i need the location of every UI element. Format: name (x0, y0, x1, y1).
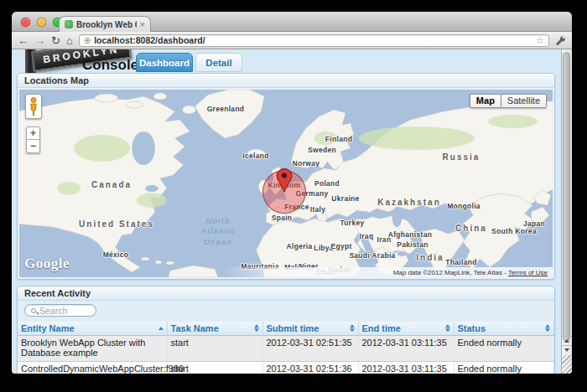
location-marker-icon[interactable] (276, 168, 293, 193)
column-header-submit-time[interactable]: Submit time (262, 322, 358, 335)
map-country-label: Egypt (330, 242, 351, 250)
pegman-icon (28, 96, 39, 116)
back-icon[interactable]: ← (18, 35, 29, 46)
recent-activity-panel: Recent Activity Search Entity NameTask N… (17, 286, 555, 374)
activity-table-row[interactable]: ControlledDynamicWebAppCluster:f990start… (18, 362, 554, 374)
google-logo[interactable]: Google (24, 255, 70, 272)
scrollbar-up-icon[interactable] (562, 336, 572, 345)
map-country-label: Italy (310, 205, 326, 214)
sort-both-icon (254, 324, 259, 333)
map-country-label: Thailand (445, 258, 476, 266)
column-header-end-time[interactable]: End time (358, 322, 454, 335)
map-country-label: Spain (272, 214, 293, 222)
map-country-label: Poland (314, 179, 340, 188)
page-globe-icon: ⊕ (84, 36, 91, 45)
map-country-label: México (103, 250, 129, 259)
column-label: Entity Name (21, 323, 75, 333)
table-cell: ControlledDynamicWebAppCluster:f990 (18, 362, 167, 374)
search-placeholder: Search (39, 306, 67, 316)
sort-both-icon (445, 324, 450, 333)
pegman-streetview-control[interactable] (25, 94, 42, 119)
url-bar[interactable]: ⊕ localhost:8082/dashboard/ ☆ (79, 34, 549, 47)
forward-icon[interactable]: → (34, 35, 45, 46)
browser-viewport: BROOKLYN Console Dashboard Detail Locati… (12, 49, 572, 374)
activity-table-row[interactable]: Brooklyn WebApp Cluster with Database ex… (18, 335, 554, 362)
browser-window: Brooklyn Web Console – Da × ← → ↻ ⌂ ⊕ lo… (12, 12, 572, 374)
locations-map-header: Locations Map (18, 74, 554, 88)
bookmark-star-icon[interactable]: ☆ (536, 35, 544, 46)
tab-favicon-icon (65, 20, 73, 28)
activity-table-head-row: Entity NameTask NameSubmit timeEnd timeS… (18, 322, 554, 335)
attribution-text: Map data ©2012 MapLink, Tele Atlas - (393, 269, 508, 276)
recent-activity-header: Recent Activity (18, 286, 554, 301)
locations-map-panel: Locations Map (17, 73, 555, 280)
column-label: Submit time (267, 323, 319, 333)
search-icon (31, 308, 36, 313)
table-cell: start (167, 362, 262, 374)
activity-table-body: Brooklyn WebApp Cluster with Database ex… (18, 335, 554, 374)
column-header-entity-name[interactable]: Entity Name (18, 322, 167, 335)
close-window-button[interactable] (21, 18, 30, 27)
window-resize-grip[interactable] (562, 355, 572, 374)
map-country-label: Russia (443, 152, 481, 162)
table-cell: start (167, 335, 262, 362)
table-cell: 2012-03-31 02:51:35 (262, 335, 358, 362)
map-zoom-control: + − (26, 126, 40, 153)
browser-scrollbar[interactable] (561, 49, 572, 374)
browser-toolbar: ← → ↻ ⌂ ⊕ localhost:8082/dashboard/ ☆ (12, 32, 572, 49)
column-label: Status (458, 323, 486, 333)
scrollbar-thumb[interactable] (563, 52, 570, 342)
map-country-label: Norway (293, 159, 320, 168)
table-cell: 2012-03-31 02:51:36 (262, 362, 358, 374)
search-input[interactable]: Search (24, 304, 96, 317)
table-cell: Ended normally (454, 362, 554, 374)
column-label: Task Name (171, 323, 219, 333)
map-country-label: India (416, 253, 444, 262)
scrollbar-down-icon[interactable] (562, 345, 572, 354)
sort-both-icon (350, 324, 355, 333)
map-type-map-button[interactable]: Map (470, 94, 501, 108)
map-country-label: Pakistan (397, 240, 428, 249)
dashboard-page: BROOKLYN Console Dashboard Detail Locati… (12, 49, 561, 374)
url-text[interactable]: localhost:8082/dashboard/ (94, 35, 532, 45)
map-attribution: Map data ©2012 MapLink, Tele Atlas - Ter… (222, 267, 553, 277)
column-header-task-name[interactable]: Task Name (167, 322, 262, 335)
map-country-label: Algeria (287, 242, 313, 250)
search-row: Search (18, 301, 554, 322)
map-country-label: Ukraine (331, 194, 359, 203)
tab-detail[interactable]: Detail (195, 53, 242, 72)
app-title: Console (82, 57, 138, 74)
table-cell: 2012-03-31 03:11:35 (358, 362, 454, 374)
wrench-menu-icon[interactable] (555, 35, 566, 46)
table-cell: Ended normally (454, 335, 554, 362)
reload-icon[interactable]: ↻ (51, 35, 60, 46)
home-icon[interactable]: ⌂ (66, 35, 73, 46)
sort-ascending-icon (158, 327, 164, 330)
map-country-label: Afghanistan (388, 230, 432, 239)
table-cell: 2012-03-31 03:11:35 (358, 335, 454, 362)
traffic-lights (21, 18, 62, 27)
google-map[interactable]: GreenlandCanadaUnited StatesMéxicoIcelan… (19, 90, 553, 277)
zoom-out-button[interactable]: − (26, 140, 40, 153)
zoom-in-button[interactable]: + (26, 126, 40, 140)
map-country-label: Sweden (308, 146, 336, 154)
map-country-label: Greenland (207, 105, 245, 113)
browser-titlebar[interactable]: Brooklyn Web Console – Da × (12, 12, 572, 32)
map-country-label: Canada (91, 180, 132, 189)
map-type-control: Map Satellite (470, 94, 547, 108)
map-country-label: Iceland (242, 152, 268, 160)
map-type-satellite-button[interactable]: Satellite (501, 94, 547, 108)
tab-dashboard[interactable]: Dashboard (136, 53, 193, 72)
column-header-status[interactable]: Status (454, 322, 554, 335)
browser-tab[interactable]: Brooklyn Web Console – Da × (59, 16, 151, 32)
sort-both-icon (545, 324, 550, 333)
map-country-label: Kazakhstan (377, 198, 441, 207)
map-country-label: Finland (325, 135, 352, 143)
screenshot-stage: Brooklyn Web Console – Da × ← → ↻ ⌂ ⊕ lo… (0, 0, 587, 392)
map-country-label: China (455, 224, 487, 233)
activity-table: Entity NameTask NameSubmit timeEnd timeS… (18, 322, 554, 374)
table-cell: Brooklyn WebApp Cluster with Database ex… (18, 335, 167, 362)
minimize-window-button[interactable] (37, 18, 46, 27)
terms-of-use-link[interactable]: Terms of Use (508, 269, 548, 276)
tab-close-icon[interactable]: × (140, 20, 145, 29)
